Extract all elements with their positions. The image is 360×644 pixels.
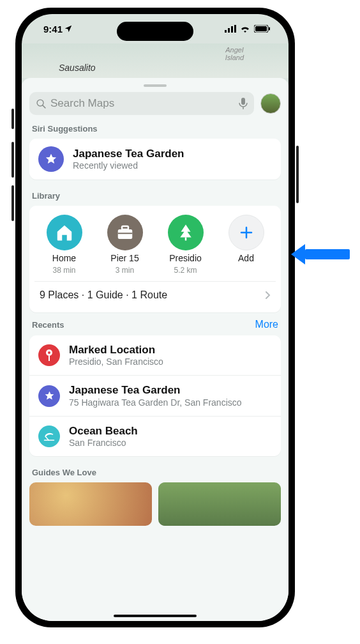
siri-item-sub: Recently viewed (73, 160, 184, 171)
wifi-icon (240, 25, 250, 33)
recent-sub: San Francisco (69, 438, 138, 448)
map-background[interactable]: Sausalito Angel Island (22, 43, 289, 78)
profile-avatar[interactable] (260, 93, 281, 114)
chevron-right-icon (266, 291, 271, 299)
library-item-home[interactable]: Home 38 min (36, 215, 93, 275)
recents-card: Marked Location Presidio, San Francisco … (29, 335, 281, 456)
recent-title: Ocean Beach (69, 425, 138, 438)
briefcase-icon (107, 215, 143, 250)
map-label-angel-island: Angel Island (225, 46, 244, 61)
svg-rect-9 (241, 98, 245, 105)
siri-suggestion-item[interactable]: Japanese Tea Garden Recently viewed (29, 139, 281, 180)
pin-icon (38, 344, 60, 366)
library-item-label: Presidio (169, 253, 202, 263)
location-arrow-icon (64, 24, 73, 33)
microphone-icon[interactable] (239, 98, 248, 109)
home-indicator[interactable] (114, 615, 197, 617)
callout-arrow (291, 244, 350, 264)
home-icon (47, 215, 82, 250)
star-icon (38, 146, 64, 172)
library-item-add[interactable]: Add (218, 215, 274, 275)
svg-rect-12 (122, 226, 128, 229)
siri-item-title: Japanese Tea Garden (73, 148, 184, 160)
library-card: Home 38 min Pier 15 3 min (29, 206, 281, 312)
svg-rect-0 (225, 30, 227, 33)
tree-icon (168, 215, 204, 250)
library-item-meta: 5.2 km (174, 266, 197, 275)
library-summary-row[interactable]: 9 Places · 1 Guide · 1 Route (34, 281, 276, 309)
library-item-label: Home (52, 253, 76, 263)
recent-title: Japanese Tea Garden (69, 384, 242, 397)
volume-up-button (11, 142, 14, 178)
svg-rect-14 (184, 238, 186, 241)
svg-rect-3 (234, 25, 236, 33)
guides-strip (29, 482, 281, 526)
svg-rect-5 (255, 26, 267, 31)
guides-heading: Guides We Love (32, 468, 278, 477)
recents-heading: Recents (32, 320, 64, 330)
battery-icon (254, 25, 271, 33)
volume-mute-button (11, 109, 14, 129)
guide-tile[interactable] (29, 482, 152, 526)
library-item-label: Pier 15 (110, 253, 139, 263)
phone-screen: 9:41 Sausalito Angel Island (22, 14, 289, 621)
recent-title: Marked Location (69, 344, 163, 356)
beach-umbrella-icon (38, 425, 60, 447)
search-sheet: Siri Suggestions Japanese Tea Garden Rec… (22, 78, 289, 621)
search-icon (36, 98, 47, 109)
recent-item-tea-garden[interactable]: Japanese Tea Garden 75 Hagiwara Tea Gard… (29, 376, 281, 416)
recent-item-ocean-beach[interactable]: Ocean Beach San Francisco (29, 417, 281, 456)
svg-rect-1 (228, 28, 230, 33)
svg-rect-2 (231, 26, 233, 33)
library-item-meta: 38 min (52, 266, 75, 275)
power-button (296, 146, 299, 203)
search-field[interactable] (29, 92, 254, 115)
library-item-label: Add (238, 253, 254, 263)
status-time: 9:41 (43, 24, 63, 34)
svg-rect-11 (117, 229, 132, 239)
phone-frame: 9:41 Sausalito Angel Island (15, 8, 295, 627)
dynamic-island (117, 22, 193, 41)
svg-line-8 (43, 105, 45, 107)
library-item-pier[interactable]: Pier 15 3 min (96, 215, 153, 275)
siri-suggestions-card: Japanese Tea Garden Recently viewed (29, 139, 281, 180)
plus-icon (229, 215, 264, 250)
recent-sub: Presidio, San Francisco (69, 356, 163, 367)
cellular-signal-icon (225, 25, 236, 33)
map-label-sausalito: Sausalito (59, 63, 96, 73)
star-icon (38, 385, 60, 407)
volume-down-button (11, 185, 14, 221)
svg-point-18 (48, 351, 50, 354)
library-item-presidio[interactable]: Presidio 5.2 km (157, 215, 214, 275)
more-link[interactable]: More (255, 319, 278, 330)
recent-sub: 75 Hagiwara Tea Garden Dr, San Francisco (69, 397, 242, 408)
siri-suggestions-heading: Siri Suggestions (32, 124, 278, 134)
recent-item-marked[interactable]: Marked Location Presidio, San Francisco (29, 335, 281, 376)
library-item-meta: 3 min (116, 266, 134, 275)
guide-tile[interactable] (158, 482, 281, 526)
search-input[interactable] (50, 97, 239, 110)
library-summary-text: 9 Places · 1 Guide · 1 Route (40, 289, 167, 301)
sheet-grabber[interactable] (144, 84, 167, 87)
library-heading: Library (32, 191, 278, 201)
svg-rect-6 (269, 27, 270, 31)
